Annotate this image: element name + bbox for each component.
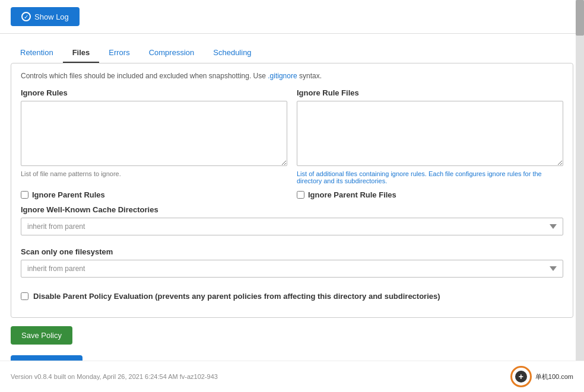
scrollbar-track[interactable]	[576, 0, 584, 392]
logo-site-text: 单机100.com	[535, 372, 573, 381]
tabs-section: Retention Files Errors Compression Sched…	[0, 34, 584, 63]
footer-logo: + 单机100.com	[510, 366, 573, 387]
description-suffix: syntax.	[297, 72, 322, 80]
top-section: ✓ Show Log	[0, 0, 584, 34]
show-log-label: Show Log	[34, 12, 69, 21]
save-policy-button[interactable]: Save Policy	[11, 326, 72, 345]
ignore-cache-select[interactable]: inherit from parent true false	[21, 218, 563, 235]
tab-compression[interactable]: Compression	[139, 43, 204, 63]
footer: Version v0.8.4 built on Monday, April 26…	[0, 361, 584, 392]
ignore-parent-rules-col: Ignore Parent Rules	[21, 190, 287, 199]
ignore-parent-rules-checkbox[interactable]	[21, 191, 28, 199]
ignore-rules-hint: List of file name patterns to ignore.	[21, 170, 287, 177]
tabs-bar: Retention Files Errors Compression Sched…	[11, 43, 573, 63]
ignore-rules-textarea[interactable]	[21, 101, 287, 166]
textareas-row: Ignore Rules List of file name patterns …	[21, 88, 563, 184]
description-text: Controls which files should be included …	[21, 72, 268, 80]
tab-scheduling[interactable]: Scheduling	[204, 43, 261, 63]
ignore-rule-files-textarea[interactable]	[297, 101, 563, 166]
files-panel: Controls which files should be included …	[11, 63, 573, 318]
ignore-rule-files-col: Ignore Rule Files List of additional fil…	[297, 88, 563, 184]
version-text: Version v0.8.4 built on Monday, April 26…	[11, 373, 218, 380]
ignore-rule-files-label: Ignore Rule Files	[297, 88, 563, 97]
ignore-parent-rule-files-checkbox[interactable]	[297, 191, 304, 199]
disable-policy-checkbox[interactable]	[21, 292, 28, 300]
scan-filesystem-label: Scan only one filesystem	[21, 247, 563, 256]
ignore-rule-files-hint: List of additional files containing igno…	[297, 170, 563, 184]
checkboxes-row: Ignore Parent Rules Ignore Parent Rule F…	[21, 190, 563, 199]
ignore-cache-label: Ignore Well-Known Cache Directories	[21, 205, 563, 214]
ignore-rules-col: Ignore Rules List of file name patterns …	[21, 88, 287, 184]
scan-filesystem-select[interactable]: inherit from parent true false	[21, 260, 563, 278]
disable-policy-row: Disable Parent Policy Evaluation (preven…	[21, 292, 563, 301]
check-icon: ✓	[21, 12, 31, 21]
scrollbar-thumb[interactable]	[576, 0, 584, 36]
tab-retention[interactable]: Retention	[11, 43, 63, 63]
tab-errors[interactable]: Errors	[99, 43, 139, 63]
gitignore-link[interactable]: .gitignore	[268, 72, 297, 80]
logo-inner-circle: +	[515, 371, 527, 383]
tab-files[interactable]: Files	[63, 43, 100, 63]
show-log-button[interactable]: ✓ Show Log	[11, 7, 80, 26]
ignore-parent-rules-label: Ignore Parent Rules	[32, 190, 105, 199]
ignore-rules-label: Ignore Rules	[21, 88, 287, 97]
main-content: Controls which files should be included …	[0, 63, 584, 384]
ignore-parent-rule-files-col: Ignore Parent Rule Files	[297, 190, 563, 199]
logo-plus-icon: +	[519, 372, 523, 381]
disable-policy-label: Disable Parent Policy Evaluation (preven…	[33, 292, 440, 301]
logo-outer-circle: +	[510, 366, 532, 387]
panel-description: Controls which files should be included …	[21, 72, 563, 80]
ignore-parent-rule-files-label: Ignore Parent Rule Files	[308, 190, 396, 199]
